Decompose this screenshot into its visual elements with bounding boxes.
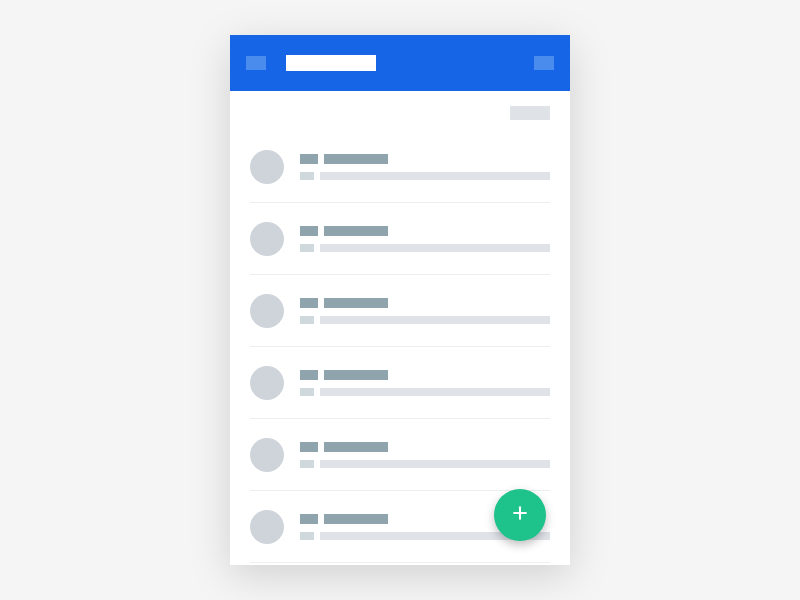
secondary-line: [300, 388, 550, 396]
list-item-text: [300, 442, 550, 468]
fab-add-button[interactable]: +: [494, 489, 546, 541]
secondary-line: [300, 172, 550, 180]
section-label-text: [510, 106, 511, 107]
list-item[interactable]: [250, 203, 550, 275]
list-item[interactable]: [250, 347, 550, 419]
menu-icon[interactable]: [246, 56, 266, 70]
app-frame: +: [230, 35, 570, 565]
avatar-icon: [250, 222, 284, 256]
avatar-icon: [250, 150, 284, 184]
secondary-line: [300, 316, 550, 324]
appbar-title: [286, 55, 376, 71]
primary-line: [300, 370, 550, 380]
primary-line: [300, 442, 550, 452]
avatar-icon: [250, 366, 284, 400]
avatar-icon: [250, 438, 284, 472]
appbar: [230, 35, 570, 91]
more-icon[interactable]: [534, 56, 554, 70]
primary-line: [300, 298, 550, 308]
list-item-text: [300, 370, 550, 396]
list-item[interactable]: [250, 275, 550, 347]
avatar-icon: [250, 510, 284, 544]
primary-line: [300, 226, 550, 236]
list-item[interactable]: [250, 131, 550, 203]
plus-icon: [510, 503, 530, 527]
secondary-line: [300, 460, 550, 468]
avatar-icon: [250, 294, 284, 328]
secondary-line: [300, 244, 550, 252]
appbar-title-text: [286, 55, 287, 56]
primary-line: [300, 154, 550, 164]
list-item-text: [300, 226, 550, 252]
list-item-text: [300, 154, 550, 180]
list-item[interactable]: [250, 419, 550, 491]
section-header: [250, 101, 550, 125]
section-label: [510, 106, 550, 120]
list-item-text: [300, 298, 550, 324]
